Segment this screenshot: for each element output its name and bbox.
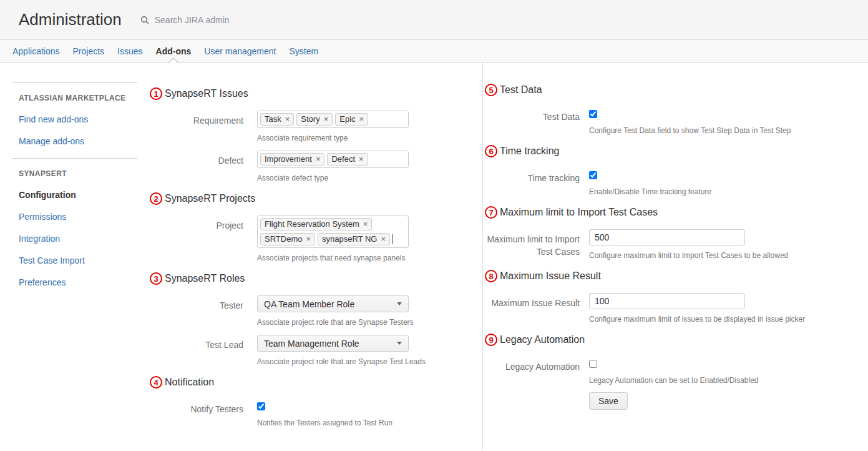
remove-tag-icon[interactable]: ×	[359, 114, 364, 124]
section-title: Test Data	[500, 84, 542, 96]
section-notification: 4 Notification Notify Testers Notifies t…	[150, 376, 464, 427]
sidebar-item-integration[interactable]: Integration	[19, 234, 137, 244]
max-import-limit-input[interactable]	[589, 229, 745, 245]
notify-testers-field: Notify Testers Notifies the Testers assi…	[150, 399, 464, 427]
tag-task: Task×	[260, 113, 294, 126]
search-input[interactable]	[154, 14, 291, 26]
time-tracking-field: Time tracking Enable/Disable Time tracki…	[485, 168, 849, 196]
remove-tag-icon[interactable]: ×	[306, 234, 311, 244]
sidebar-item-manage-add-ons[interactable]: Manage add-ons	[19, 136, 137, 146]
nav-tab-user-management[interactable]: User management	[204, 46, 276, 56]
sidebar-item-permissions[interactable]: Permissions	[19, 212, 137, 222]
nav-tab-issues[interactable]: Issues	[117, 46, 142, 56]
page-title: Administration	[19, 10, 122, 29]
section-title: Notification	[165, 377, 214, 388]
max-issue-result-field: Maximum Issue Result Configure maximum l…	[485, 293, 849, 324]
admin-search	[140, 14, 291, 26]
remove-tag-icon[interactable]: ×	[363, 219, 368, 229]
requirement-tag-input[interactable]: Task× Story× Epic×	[257, 111, 409, 128]
test-data-checkbox[interactable]	[589, 110, 597, 118]
nav-tab-applications[interactable]: Applications	[12, 46, 60, 56]
defect-label: Defect	[150, 151, 257, 182]
remove-tag-icon[interactable]: ×	[324, 114, 329, 124]
section-title: SynapseRT Roles	[165, 273, 245, 284]
requirement-field: Requirement Task× Story× Epic× Associate…	[150, 111, 464, 142]
section-heading: 5 Test Data	[485, 84, 849, 96]
chevron-down-icon	[397, 302, 402, 305]
section-heading: 4 Notification	[150, 376, 464, 389]
section-number-badge: 7	[485, 206, 497, 219]
config-column-right: 5 Test Data Test Data Configure Test Dat…	[482, 62, 868, 450]
section-heading: 8 Maximum Issue Result	[485, 270, 849, 282]
test-data-field: Test Data Configure Test Data field to s…	[485, 107, 849, 135]
tag-label: Story	[301, 114, 319, 124]
tag-label: Flight Reservation System	[265, 219, 359, 229]
sidebar-heading-marketplace: ATLASSIAN MARKETPLACE	[19, 94, 137, 102]
nav-tab-system[interactable]: System	[289, 46, 318, 56]
search-icon	[140, 16, 149, 24]
section-synapsert-projects: 2 SynapseRT Projects Project Flight Rese…	[150, 192, 464, 262]
project-help-text: Associate projects that need synapse pan…	[257, 254, 464, 262]
defect-field: Defect Improvement× Defect× Associate de…	[150, 151, 464, 182]
max-issue-result-input[interactable]	[589, 293, 745, 309]
configuration-content: 1 SynapseRT Issues Requirement Task× Sto…	[150, 62, 868, 450]
test-lead-role-selected-value: Team Management Role	[264, 339, 359, 349]
tester-role-selected-value: QA Team Member Role	[264, 299, 354, 309]
section-title: Maximum Issue Result	[500, 270, 601, 282]
section-time-tracking: 6 Time tracking Time tracking Enable/Dis…	[485, 145, 849, 196]
tag-improvement: Improvement×	[260, 153, 324, 166]
notify-testers-checkbox[interactable]	[257, 402, 265, 410]
tester-label: Tester	[150, 295, 257, 327]
section-synapsert-issues: 1 SynapseRT Issues Requirement Task× Sto…	[150, 87, 464, 182]
time-tracking-checkbox[interactable]	[589, 171, 597, 179]
remove-tag-icon[interactable]: ×	[285, 114, 290, 124]
section-test-data: 5 Test Data Test Data Configure Test Dat…	[485, 84, 849, 135]
tag-label: Task	[265, 114, 281, 124]
section-number-badge: 5	[485, 84, 497, 96]
tag-label: synapseRT NG	[322, 234, 377, 244]
max-issue-result-help-text: Configure maximum limit of issues to be …	[589, 315, 849, 324]
section-number-badge: 3	[150, 272, 162, 285]
project-tag-input[interactable]: Flight Reservation System× SRTDemo× syna…	[257, 216, 409, 248]
max-import-limit-field: Maximum limit to Import Test Cases Confi…	[485, 229, 849, 260]
tag-defect: Defect×	[327, 153, 368, 166]
max-import-limit-help-text: Configure maximum limit to Import Test C…	[589, 251, 849, 260]
save-button[interactable]: Save	[589, 392, 628, 410]
test-lead-label: Test Lead	[150, 335, 257, 366]
legacy-automation-help-text: Legacy Automation can be set to Enabled/…	[589, 376, 849, 385]
nav-tab-add-ons[interactable]: Add-ons	[156, 46, 192, 56]
section-title: SynapseRT Projects	[165, 193, 255, 204]
sidebar-item-configuration[interactable]: Configuration	[19, 190, 137, 200]
tag-label: Epic	[339, 114, 355, 124]
time-tracking-help-text: Enable/Disable Time tracking feature	[589, 187, 849, 196]
sidebar-item-preferences[interactable]: Preferences	[19, 277, 137, 287]
remove-tag-icon[interactable]: ×	[316, 154, 321, 164]
test-lead-help-text: Associate project role that are Synapse …	[257, 357, 464, 366]
legacy-automation-checkbox[interactable]	[589, 360, 597, 368]
max-import-limit-label: Maximum limit to Import Test Cases	[485, 229, 589, 260]
defect-tag-input[interactable]: Improvement× Defect×	[257, 151, 409, 168]
sidebar-item-find-new-add-ons[interactable]: Find new add-ons	[19, 114, 137, 124]
notify-testers-help-text: Notifies the Testers assigned to Test Ru…	[257, 419, 464, 427]
section-max-import-limit: 7 Maximum limit to Import Test Cases Max…	[485, 206, 849, 260]
tag-srtdemo: SRTDemo×	[260, 233, 315, 245]
notify-testers-label: Notify Testers	[150, 399, 257, 427]
project-label: Project	[150, 216, 257, 262]
test-lead-role-select[interactable]: Team Management Role	[257, 335, 409, 352]
section-synapsert-roles: 3 SynapseRT Roles Tester QA Team Member …	[150, 272, 464, 366]
section-legacy-automation: 9 Legacy Automation Legacy Automation Le…	[485, 334, 849, 410]
remove-tag-icon[interactable]: ×	[381, 234, 386, 244]
section-title: SynapseRT Issues	[165, 88, 248, 99]
tag-label: SRTDemo	[265, 234, 302, 244]
sidebar-item-test-case-import[interactable]: Test Case Import	[19, 255, 137, 265]
nav-tab-projects[interactable]: Projects	[73, 46, 105, 56]
section-heading: 1 SynapseRT Issues	[150, 87, 464, 100]
requirement-label: Requirement	[150, 111, 257, 142]
tester-role-select[interactable]: QA Team Member Role	[257, 295, 409, 312]
tag-story: Story×	[296, 113, 333, 126]
legacy-automation-label: Legacy Automation	[485, 357, 589, 410]
test-data-help-text: Configure Test Data field to show Test S…	[589, 126, 849, 135]
requirement-help-text: Associate requirement type	[257, 134, 464, 142]
sidebar: ATLASSIAN MARKETPLACE Find new add-ons M…	[0, 62, 150, 450]
remove-tag-icon[interactable]: ×	[359, 154, 364, 164]
